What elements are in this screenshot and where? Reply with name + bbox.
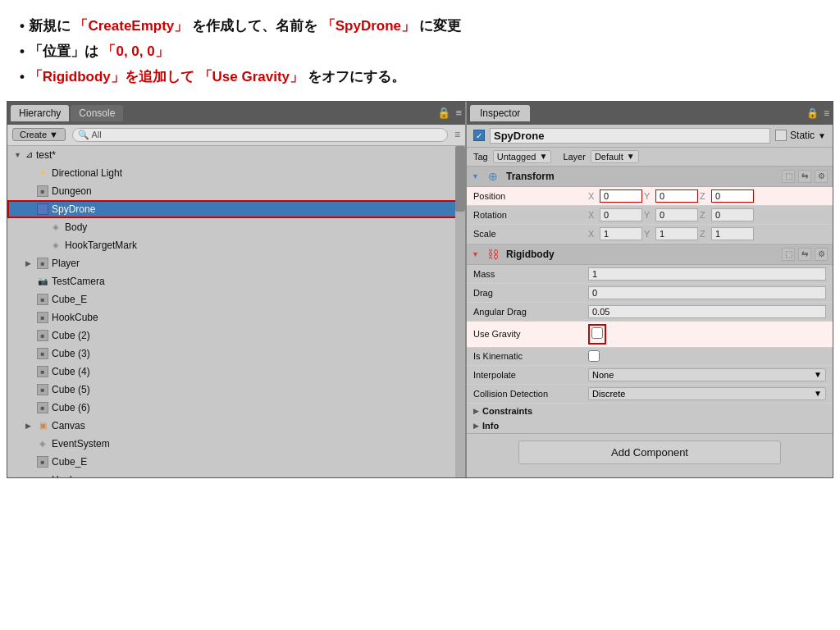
drag-input[interactable]	[588, 286, 826, 299]
scrollbar-thumb[interactable]	[455, 146, 465, 212]
list-item-player[interactable]: ■ Player	[7, 254, 465, 272]
angular-drag-input[interactable]	[588, 305, 826, 318]
list-item-cube-e1[interactable]: ■ Cube_E	[7, 290, 465, 308]
collision-detection-row: Collision Detection Discrete ▼	[467, 385, 833, 404]
collision-detection-arrow: ▼	[814, 389, 822, 398]
rot-z-input[interactable]	[711, 208, 754, 221]
pos-y-input[interactable]	[655, 189, 698, 203]
interpolate-dropdown[interactable]: None ▼	[588, 368, 826, 381]
item-label: Cube_E	[52, 294, 87, 305]
rigidbody-gear-btn[interactable]: ⚙	[815, 248, 828, 261]
list-item-testcamera[interactable]: 📷 TestCamera	[7, 272, 465, 290]
object-name-input[interactable]	[490, 128, 770, 144]
tab-inspector[interactable]: Inspector	[470, 105, 530, 121]
list-item-canvas[interactable]: ▣ Canvas	[7, 417, 465, 435]
static-label: Static	[790, 130, 815, 141]
pos-z-input[interactable]	[711, 189, 754, 203]
body-icon: ◈	[50, 240, 62, 251]
hierarchy-scrollbar[interactable]	[455, 146, 465, 477]
item-label: EventSystem	[52, 438, 110, 450]
right-panel: Inspector 🔒 ≡ ✓ Static ▼ Tag	[467, 102, 833, 477]
list-item-dungeon[interactable]: ■ Dungeon	[7, 182, 465, 200]
rigidbody-header[interactable]: ⛓ Rigidbody ⬚ ⇆ ⚙	[467, 244, 833, 265]
use-gravity-row: Use Gravity	[467, 322, 833, 348]
is-kinematic-checkbox[interactable]	[588, 350, 600, 362]
list-item-directional-light[interactable]: ✦ Directional Light	[7, 164, 465, 182]
menu-icon: ≡	[824, 107, 829, 119]
collision-detection-value: Discrete	[592, 389, 625, 399]
hierarchy-tab-bar: Hierarchy Console 🔒 ≡	[7, 102, 465, 125]
interpolate-row: Interpolate None ▼	[467, 366, 833, 385]
cube-icon: ■	[37, 294, 48, 305]
transform-header[interactable]: ⊕ Transform ⬚ ⇆ ⚙	[467, 167, 833, 187]
rigidbody-link-btn[interactable]: ⇆	[798, 248, 811, 261]
drag-row: Drag	[467, 284, 833, 303]
use-gravity-checkbox[interactable]	[591, 327, 603, 339]
mass-label: Mass	[473, 269, 588, 279]
item-label: Cube_E	[52, 456, 87, 468]
transform-gear-btn[interactable]: ⚙	[815, 170, 828, 183]
cube-icon: ■	[37, 402, 48, 413]
scale-label: Scale	[473, 229, 588, 239]
rotation-fields: X Y Z	[588, 208, 826, 221]
tab-console[interactable]: Console	[71, 105, 123, 121]
info-row[interactable]: ▶ Info	[467, 418, 833, 433]
scene-root-row[interactable]: ⊿ test* ≡	[7, 146, 465, 164]
transform-link-btn[interactable]: ⇆	[798, 170, 811, 183]
instructions-section: 新規に 「CreateEmpty」 を作成して、名前を 「SpyDrone」 に…	[0, 0, 840, 101]
list-item-eventsystem[interactable]: ◈ EventSystem	[7, 435, 465, 453]
static-checkbox-group: Static ▼	[775, 130, 826, 141]
list-item-cube-e2[interactable]: ■ Cube_E	[7, 453, 465, 471]
object-enabled-checkbox[interactable]: ✓	[473, 130, 485, 141]
tag-select[interactable]: Untagged ▼	[493, 150, 552, 163]
list-item-cube4[interactable]: ■ Cube (4)	[7, 363, 465, 381]
mass-input[interactable]	[588, 267, 826, 281]
info-triangle: ▶	[473, 422, 479, 430]
pos-x-label: X	[588, 191, 598, 201]
is-kinematic-label: Is Kinematic	[473, 351, 588, 361]
rot-y-input[interactable]	[655, 208, 698, 221]
cube-icon: ■	[37, 366, 48, 377]
light-icon: ✦	[37, 167, 48, 179]
list-item-body[interactable]: ◈ Body	[7, 218, 465, 236]
collision-detection-dropdown[interactable]: Discrete ▼	[588, 387, 826, 400]
list-item-hooktargetmark[interactable]: ◈ HookTargetMark	[7, 236, 465, 254]
search-box[interactable]: 🔍 All	[72, 128, 448, 142]
hierarchy-content[interactable]: ⊿ test* ≡ ✦ Directional Light ■ Dungeon …	[7, 146, 465, 477]
add-component-button[interactable]: Add Component	[518, 441, 781, 464]
item-label: TestCamera	[52, 276, 105, 287]
tab-hierarchy[interactable]: Hierarchy	[11, 105, 69, 121]
constraints-row[interactable]: ▶ Constraints	[467, 404, 833, 418]
static-checkbox[interactable]	[775, 130, 787, 141]
cube-icon: ■	[37, 456, 48, 468]
list-item-spydrone[interactable]: SpyDrone	[7, 200, 465, 218]
create-button[interactable]: Create ▼	[12, 128, 66, 141]
cube-icon: ■	[37, 312, 48, 323]
hierarchy-toolbar-icons: ≡	[454, 129, 460, 140]
scale-x-input[interactable]	[600, 227, 642, 240]
inst1-mid: を作成して、名前を	[192, 18, 317, 34]
layer-value: Default	[595, 152, 623, 162]
transform-triangle	[472, 172, 482, 180]
item-label: Cube (2)	[52, 330, 90, 341]
inspector-header: ✓ Static ▼	[467, 125, 833, 148]
list-item-cube5[interactable]: ■ Cube (5)	[7, 381, 465, 399]
list-item-hookcube[interactable]: ■ HookCube	[7, 308, 465, 326]
static-dropdown-arrow[interactable]: ▼	[818, 131, 826, 140]
layer-select[interactable]: Default ▼	[591, 150, 639, 163]
list-item-hook[interactable]: ◈ Hook	[7, 471, 465, 477]
scale-y-input[interactable]	[655, 227, 698, 240]
collision-detection-label: Collision Detection	[473, 389, 588, 399]
list-item-cube6[interactable]: ■ Cube (6)	[7, 399, 465, 417]
rigidbody-copy-btn[interactable]: ⬚	[782, 248, 795, 261]
scale-z-input[interactable]	[711, 227, 754, 240]
pos-x-input[interactable]	[600, 189, 642, 203]
list-item-cube2[interactable]: ■ Cube (2)	[7, 326, 465, 345]
position-row: Position X Y Z	[467, 187, 833, 206]
rigidbody-triangle	[472, 250, 482, 258]
rot-x-input[interactable]	[600, 208, 642, 221]
item-label: Dungeon	[52, 185, 92, 197]
transform-copy-btn[interactable]: ⬚	[782, 170, 795, 183]
list-item-cube3[interactable]: ■ Cube (3)	[7, 345, 465, 363]
item-label: HookCube	[52, 312, 98, 323]
